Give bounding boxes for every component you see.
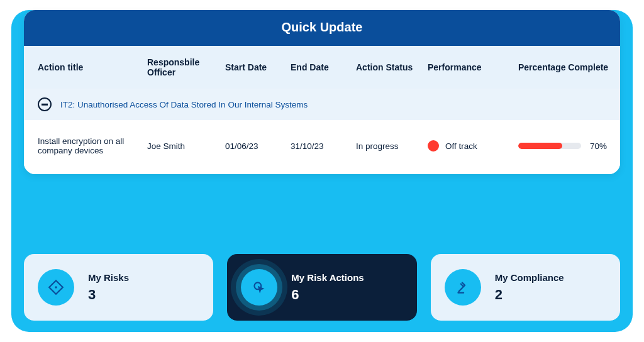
card-title: My Compliance xyxy=(495,272,564,283)
card-count: 3 xyxy=(88,287,129,303)
col-performance: Performance xyxy=(428,62,516,72)
percentage-label: 70% xyxy=(590,141,607,151)
cell-percentage: 70% xyxy=(518,141,620,151)
cell-status: In progress xyxy=(356,141,425,151)
risk-diamond-icon xyxy=(38,269,74,306)
card-my-risks[interactable]: My Risks 3 xyxy=(24,254,213,321)
card-count: 2 xyxy=(495,287,564,303)
card-count: 6 xyxy=(291,287,364,303)
cell-officer: Joe Smith xyxy=(147,141,223,151)
col-action-status: Action Status xyxy=(356,62,425,72)
col-end-date: End Date xyxy=(291,62,353,72)
quick-update-panel: Quick Update Action title Responsbile Of… xyxy=(24,10,620,174)
panel-title: Quick Update xyxy=(24,10,620,46)
cell-performance: Off track xyxy=(428,140,516,152)
summary-cards: My Risks 3 My Risk Actions 6 My Complian… xyxy=(24,254,620,321)
progress-fill xyxy=(518,143,562,149)
table-row: Install encryption on all company device… xyxy=(24,120,620,174)
card-my-risk-actions[interactable]: My Risk Actions 6 xyxy=(227,254,416,321)
col-action-title: Action title xyxy=(38,62,145,72)
col-percentage-complete: Percentage Complete xyxy=(518,62,620,72)
group-label: IT2: Unauthorised Access Of Data Stored … xyxy=(60,100,308,109)
card-title: My Risks xyxy=(88,272,129,283)
dashboard-frame: Quick Update Action title Responsbile Of… xyxy=(11,10,633,332)
status-dot-off-track-icon xyxy=(428,140,439,152)
svg-rect-2 xyxy=(457,292,464,294)
pointer-click-icon xyxy=(241,269,277,306)
table-header: Action title Responsbile Officer Start D… xyxy=(24,46,620,89)
cell-action-title: Install encryption on all company device… xyxy=(38,136,145,155)
cell-start-date: 01/06/23 xyxy=(225,141,288,151)
card-my-compliance[interactable]: My Compliance 2 xyxy=(431,254,620,321)
col-responsible-officer: Responsbile Officer xyxy=(147,57,223,77)
progress-bar xyxy=(518,143,581,149)
card-title: My Risk Actions xyxy=(291,272,364,283)
performance-label: Off track xyxy=(445,141,477,151)
cell-end-date: 31/10/23 xyxy=(291,141,353,151)
collapse-icon[interactable] xyxy=(38,97,52,111)
group-row[interactable]: IT2: Unauthorised Access Of Data Stored … xyxy=(24,89,620,120)
gavel-icon xyxy=(445,269,481,306)
col-start-date: Start Date xyxy=(225,62,288,72)
svg-point-0 xyxy=(55,286,57,288)
